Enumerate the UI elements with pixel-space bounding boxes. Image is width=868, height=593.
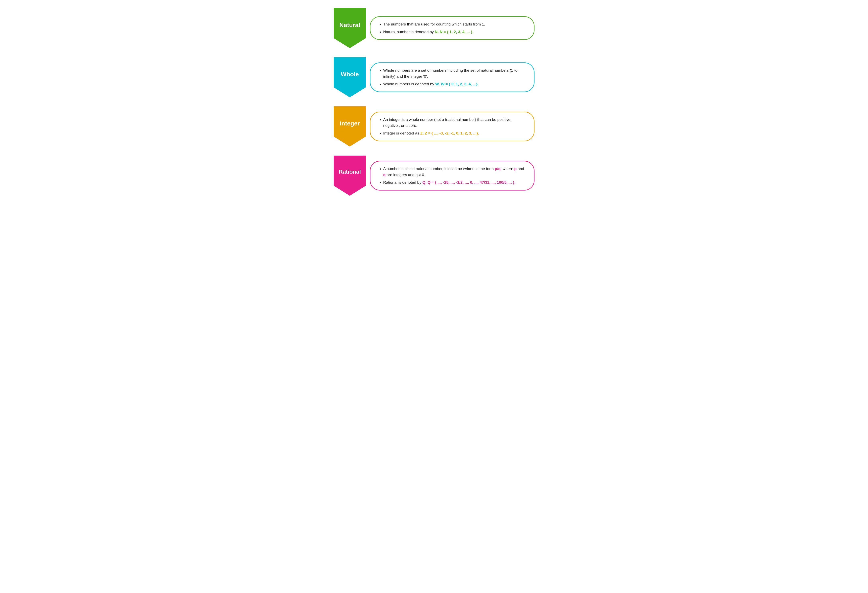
rational-chevron: Rational bbox=[334, 156, 366, 196]
integer-label-wrap: Integer bbox=[334, 106, 366, 146]
integer-bullet-1: An integer is a whole number (not a frac… bbox=[383, 117, 527, 129]
natural-chevron: Natural bbox=[334, 8, 366, 48]
whole-bullet-2: Whole numbers is denoted by W. W = { 0, … bbox=[383, 81, 527, 87]
whole-bullet-1: Whole numbers are a set of numbers inclu… bbox=[383, 68, 527, 80]
natural-bullet-2: Natural number is denoted by N. N = { 1,… bbox=[383, 29, 527, 35]
natural-content-box: The numbers that are used for counting w… bbox=[370, 16, 534, 40]
integer-bullet-2: Integer is denoted as Z. Z = { ..., -3, … bbox=[383, 130, 527, 136]
svg-text:Rational: Rational bbox=[338, 169, 361, 175]
whole-chevron: Whole bbox=[334, 57, 366, 97]
rational-bullet-2: Rational is denoted by Q. Q = { ..., -25… bbox=[383, 180, 527, 186]
rational-label-wrap: Rational bbox=[334, 156, 366, 196]
svg-text:Integer: Integer bbox=[340, 120, 360, 127]
natural-row: Natural The numbers that are used for co… bbox=[334, 8, 534, 48]
svg-text:Natural: Natural bbox=[340, 22, 360, 28]
integer-row: Integer An integer is a whole number (no… bbox=[334, 106, 534, 146]
integer-content-box: An integer is a whole number (not a frac… bbox=[370, 112, 534, 141]
rational-bullet-1: A number is called rational number, if i… bbox=[383, 166, 527, 178]
rational-content-box: A number is called rational number, if i… bbox=[370, 161, 534, 190]
natural-label-wrap: Natural bbox=[334, 8, 366, 48]
svg-marker-6 bbox=[334, 156, 366, 196]
integer-chevron: Integer bbox=[334, 106, 366, 146]
whole-row: Whole Whole numbers are a set of numbers… bbox=[334, 57, 534, 97]
svg-text:Whole: Whole bbox=[341, 71, 359, 78]
whole-label-wrap: Whole bbox=[334, 57, 366, 97]
natural-bullet-1: The numbers that are used for counting w… bbox=[383, 21, 527, 27]
whole-content-box: Whole numbers are a set of numbers inclu… bbox=[370, 62, 534, 92]
rational-row: Rational A number is called rational num… bbox=[334, 156, 534, 196]
